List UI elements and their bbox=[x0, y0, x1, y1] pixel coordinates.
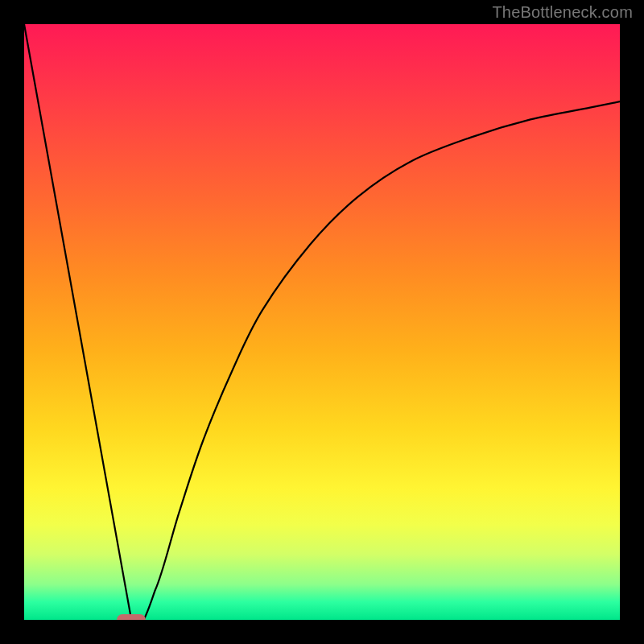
plot-area bbox=[24, 24, 620, 620]
curve-svg bbox=[24, 24, 620, 620]
chart-frame: TheBottleneck.com bbox=[0, 0, 644, 644]
watermark-text: TheBottleneck.com bbox=[492, 3, 633, 22]
optimum-marker bbox=[117, 614, 146, 620]
curve-path bbox=[24, 24, 620, 620]
